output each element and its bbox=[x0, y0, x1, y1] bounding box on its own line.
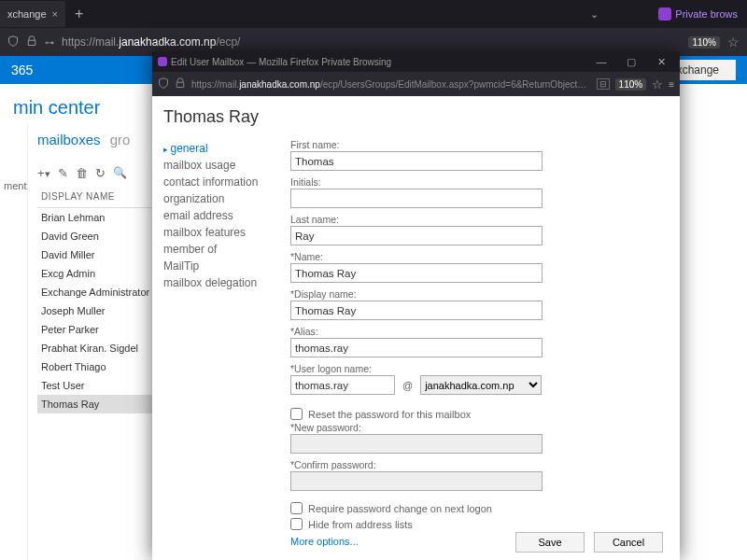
popup-window-title: Edit User Mailbox — Mozilla Firefox Priv… bbox=[171, 57, 391, 67]
delete-icon[interactable]: 🗑 bbox=[76, 166, 88, 180]
sidebar-item-MailTip[interactable]: MailTip bbox=[163, 258, 274, 274]
confirm-password-label: *Confirm password: bbox=[290, 459, 661, 471]
lock-icon[interactable] bbox=[175, 77, 186, 91]
require-change-checkbox[interactable] bbox=[290, 502, 303, 514]
require-change-label: Require password change on next logon bbox=[308, 503, 492, 514]
first-name-input[interactable] bbox=[290, 151, 543, 171]
window-minimize-icon[interactable]: — bbox=[588, 56, 614, 67]
sidebar-item-mailbox-usage[interactable]: mailbox usage bbox=[163, 157, 274, 174]
subnav-mailboxes[interactable]: mailboxes bbox=[37, 132, 101, 147]
search-icon[interactable]: 🔍 bbox=[113, 166, 127, 180]
popup-zoom-badge[interactable]: 110% bbox=[615, 78, 647, 91]
sidebar-item-mailbox-features[interactable]: mailbox features bbox=[163, 224, 274, 241]
zoom-badge[interactable]: 110% bbox=[688, 36, 720, 49]
key-icon[interactable]: ⊶ bbox=[45, 37, 54, 48]
popup-sidebar: Thomas Ray generalmailbox usagecontact i… bbox=[152, 96, 279, 560]
chevron-down-icon[interactable]: ⌄ bbox=[590, 8, 655, 21]
name-label: *Name: bbox=[290, 251, 661, 263]
popup-titlebar[interactable]: Edit User Mailbox — Mozilla Firefox Priv… bbox=[152, 51, 680, 72]
first-name-label: First name: bbox=[290, 139, 661, 151]
alias-label: *Alias: bbox=[290, 326, 661, 338]
logon-domain-select[interactable]: janakhadka.com.np bbox=[420, 375, 542, 395]
nav-item[interactable]: ment bbox=[0, 124, 27, 191]
popup-address-bar: https://mail.janakhadka.com.np/ecp/Users… bbox=[152, 72, 680, 96]
confirm-password-input bbox=[290, 471, 543, 491]
save-button[interactable]: Save bbox=[515, 532, 585, 553]
left-nav: ment bbox=[0, 124, 28, 560]
refresh-icon[interactable]: ↻ bbox=[95, 166, 106, 180]
private-mask-icon bbox=[158, 57, 167, 66]
window-close-icon[interactable]: ✕ bbox=[648, 56, 674, 68]
bookmark-star-icon[interactable]: ☆ bbox=[652, 77, 663, 91]
bookmark-star-icon[interactable]: ☆ bbox=[727, 35, 740, 49]
hide-from-lists-label: Hide from address lists bbox=[308, 519, 413, 530]
cancel-button[interactable]: Cancel bbox=[594, 532, 663, 553]
private-mask-icon bbox=[658, 7, 671, 21]
sidebar-item-mailbox-delegation[interactable]: mailbox delegation bbox=[163, 274, 274, 291]
add-icon[interactable]: +▾ bbox=[37, 166, 50, 180]
popup-body: Thomas Ray generalmailbox usagecontact i… bbox=[152, 96, 680, 560]
shield-icon[interactable] bbox=[7, 35, 19, 49]
new-password-input bbox=[290, 434, 543, 454]
tab-title: xchange bbox=[7, 8, 47, 20]
popup-title: Thomas Ray bbox=[163, 107, 274, 140]
url-display[interactable]: https://mail.janakhadka.com.np/ecp/ bbox=[62, 35, 681, 49]
edit-mailbox-popup: Edit User Mailbox — Mozilla Firefox Priv… bbox=[152, 51, 680, 560]
initials-label: Initials: bbox=[290, 176, 661, 189]
reset-password-label: Reset the password for this mailbox bbox=[308, 409, 471, 420]
alias-input[interactable] bbox=[290, 338, 543, 357]
logon-input[interactable] bbox=[290, 375, 395, 395]
new-tab-button[interactable]: + bbox=[65, 6, 92, 22]
general-form: First name: Initials: Last name: *Name: … bbox=[279, 96, 680, 560]
popup-url[interactable]: https://mail.janakhadka.com.np/ecp/Users… bbox=[191, 79, 591, 90]
name-input[interactable] bbox=[290, 263, 543, 283]
shield-icon[interactable] bbox=[158, 77, 169, 91]
hamburger-menu-icon[interactable]: ≡ bbox=[669, 79, 674, 90]
tab-bar: xchange × + ⌄ Private brows bbox=[0, 0, 747, 28]
last-name-input[interactable] bbox=[290, 226, 543, 245]
popup-footer: Save Cancel bbox=[515, 532, 663, 553]
close-tab-icon[interactable]: × bbox=[52, 8, 58, 20]
window-maximize-icon[interactable]: ▢ bbox=[618, 56, 644, 68]
initials-input[interactable] bbox=[290, 189, 543, 208]
reset-password-checkbox[interactable] bbox=[290, 408, 303, 420]
edit-icon[interactable]: ✎ bbox=[58, 166, 68, 180]
display-name-input[interactable] bbox=[290, 301, 543, 320]
sidebar-item-general[interactable]: general bbox=[163, 140, 274, 157]
logon-label: *User logon name: bbox=[290, 363, 661, 375]
sidebar-item-organization[interactable]: organization bbox=[163, 190, 274, 207]
hide-from-lists-checkbox[interactable] bbox=[290, 518, 303, 530]
app-label: 365 bbox=[11, 63, 33, 77]
subnav-groups[interactable]: gro bbox=[110, 132, 131, 147]
reader-icon[interactable]: ⊟ bbox=[597, 78, 610, 90]
private-browsing-label: Private brows bbox=[675, 8, 738, 20]
at-symbol: @ bbox=[402, 380, 413, 391]
last-name-label: Last name: bbox=[290, 214, 661, 226]
new-password-label: *New password: bbox=[290, 422, 661, 434]
sidebar-item-member-of[interactable]: member of bbox=[163, 241, 274, 258]
sidebar-item-contact-information[interactable]: contact information bbox=[163, 174, 274, 190]
display-name-label: *Display name: bbox=[290, 288, 661, 301]
lock-icon[interactable] bbox=[26, 35, 37, 49]
browser-tab[interactable]: xchange × bbox=[0, 1, 65, 27]
sidebar-item-email-address[interactable]: email address bbox=[163, 207, 274, 224]
